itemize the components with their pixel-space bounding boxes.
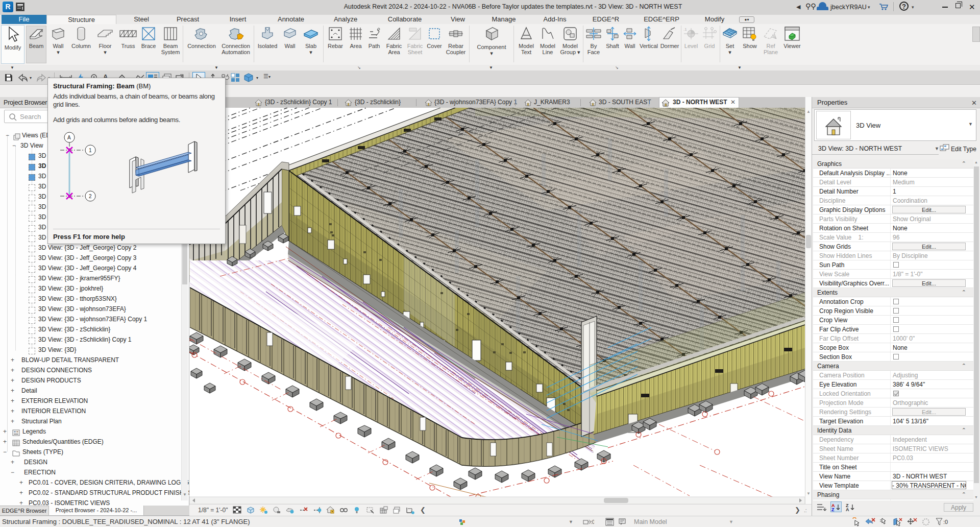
svg-text:2: 2 (89, 194, 92, 199)
svg-text::0: :0 (943, 519, 948, 525)
svg-text:1: 1 (89, 148, 92, 153)
svg-text:Z: Z (831, 507, 835, 512)
svg-text::0: :0 (591, 519, 594, 525)
svg-text:.1: .1 (683, 27, 687, 32)
svg-text:A: A (67, 135, 71, 140)
svg-text:A: A (846, 507, 849, 512)
